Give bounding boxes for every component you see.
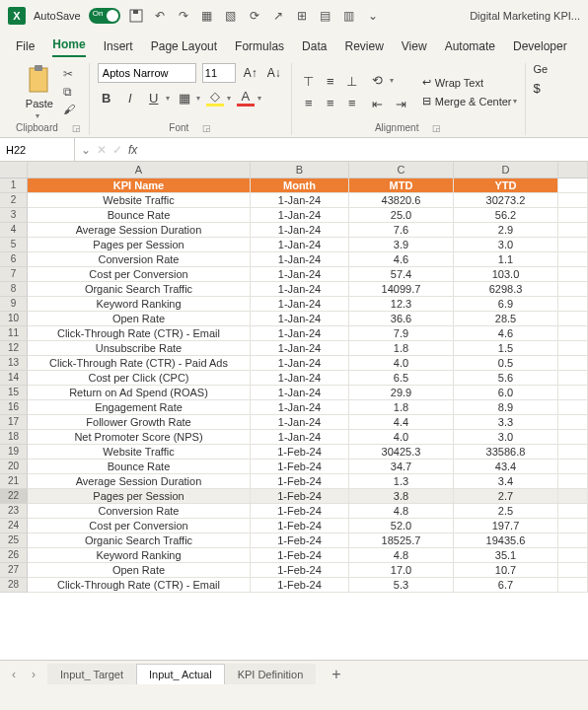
align-center-icon[interactable]: ≡ xyxy=(322,94,339,111)
row-header[interactable]: 6 xyxy=(0,252,28,267)
add-sheet-button[interactable]: + xyxy=(324,666,348,683)
cell[interactable] xyxy=(558,386,588,400)
font-size-select[interactable] xyxy=(202,63,236,83)
align-middle-icon[interactable]: ≡ xyxy=(322,72,339,90)
cell[interactable]: 5.3 xyxy=(349,578,454,593)
ribbon-tab-file[interactable]: File xyxy=(16,39,35,57)
cell[interactable]: 35.1 xyxy=(454,548,558,563)
cell[interactable]: Open Rate xyxy=(28,312,251,326)
cell[interactable] xyxy=(558,400,588,415)
ribbon-tab-developer[interactable]: Developer xyxy=(513,39,567,57)
cell[interactable]: Open Rate xyxy=(28,563,251,578)
formula-cancel-icon[interactable]: ✕ xyxy=(97,143,107,157)
fx-icon[interactable]: fx xyxy=(128,143,137,157)
cell[interactable]: 34.7 xyxy=(349,460,454,474)
sheet-tab[interactable]: Input_ Actual xyxy=(136,664,225,684)
cell[interactable]: 29.9 xyxy=(349,386,454,400)
cell[interactable]: 5.6 xyxy=(454,371,558,386)
table-row[interactable]: 19Website Traffic1-Feb-2430425.333586.8 xyxy=(0,445,588,460)
cell[interactable]: Website Traffic xyxy=(28,193,251,208)
cell[interactable] xyxy=(558,282,588,297)
cell[interactable]: Follower Growth Rate xyxy=(28,415,251,430)
cell[interactable]: 1.8 xyxy=(349,400,454,415)
cell[interactable]: Average Session Duration xyxy=(28,223,251,238)
cell[interactable]: 1-Feb-24 xyxy=(251,504,349,519)
cell[interactable]: 19435.6 xyxy=(454,533,558,548)
worksheet[interactable]: ABCD 1KPI NameMonthMTDYTD2Website Traffi… xyxy=(0,162,588,660)
cell[interactable]: 10.7 xyxy=(454,563,558,578)
cell[interactable]: 2.5 xyxy=(454,504,558,519)
cell[interactable] xyxy=(558,533,588,548)
cell[interactable]: 6.9 xyxy=(454,297,558,312)
row-header[interactable]: 8 xyxy=(0,282,28,297)
table-row[interactable]: 10Open Rate1-Jan-2436.628.5 xyxy=(0,312,588,326)
row-header[interactable]: 24 xyxy=(0,519,28,533)
cell[interactable]: 0.5 xyxy=(454,356,558,371)
row-header[interactable]: 13 xyxy=(0,356,28,371)
cell[interactable] xyxy=(558,193,588,208)
cell[interactable]: 52.0 xyxy=(349,519,454,533)
chevron-down-icon[interactable]: ▾ xyxy=(196,94,200,103)
row-header[interactable]: 11 xyxy=(0,326,28,341)
cell[interactable]: 1-Jan-24 xyxy=(251,371,349,386)
copy-icon[interactable]: ⧉ xyxy=(63,85,77,99)
cell[interactable]: 1-Jan-24 xyxy=(251,386,349,400)
cell[interactable] xyxy=(558,519,588,533)
cell[interactable]: 1-Feb-24 xyxy=(251,460,349,474)
table-row[interactable]: 25Organic Search Traffic1-Feb-2418525.71… xyxy=(0,533,588,548)
fill-color-button[interactable]: ◇ xyxy=(206,89,224,106)
cell[interactable] xyxy=(558,312,588,326)
cell[interactable]: 1-Jan-24 xyxy=(251,267,349,282)
column-header[interactable]: A xyxy=(28,162,251,178)
table-row[interactable]: 26Keyword Ranking1-Feb-244.835.1 xyxy=(0,548,588,563)
cell[interactable] xyxy=(558,178,588,193)
table-row[interactable]: 27Open Rate1-Feb-2417.010.7 xyxy=(0,563,588,578)
cell[interactable]: Net Promoter Score (NPS) xyxy=(28,430,251,445)
qat-icon-6[interactable]: ▤ xyxy=(318,8,333,24)
cell[interactable]: Conversion Rate xyxy=(28,252,251,267)
cell[interactable]: Click-Through Rate (CTR) - Paid Ads xyxy=(28,356,251,371)
header-cell[interactable]: Month xyxy=(251,178,349,193)
cell[interactable]: 57.4 xyxy=(349,267,454,282)
cell[interactable]: 18525.7 xyxy=(349,533,454,548)
sheet-nav-prev-icon[interactable]: ‹ xyxy=(8,668,20,681)
row-header[interactable]: 1 xyxy=(0,178,28,193)
chevron-down-icon[interactable]: ▾ xyxy=(227,94,231,103)
cell[interactable]: Cost per Conversion xyxy=(28,519,251,533)
table-row[interactable]: 21Average Session Duration1-Feb-241.33.4 xyxy=(0,474,588,489)
cell[interactable] xyxy=(558,548,588,563)
cell[interactable]: Unsubscribe Rate xyxy=(28,341,251,356)
sheet-tab[interactable]: Input_ Target xyxy=(47,664,136,684)
dialog-launcher-icon[interactable]: ◲ xyxy=(72,123,81,133)
qat-icon-5[interactable]: ⊞ xyxy=(294,8,310,24)
table-row[interactable]: 18Net Promoter Score (NPS)1-Jan-244.03.0 xyxy=(0,430,588,445)
cell[interactable]: 43.4 xyxy=(454,460,558,474)
format-painter-icon[interactable]: 🖌 xyxy=(63,103,77,116)
row-header[interactable]: 20 xyxy=(0,460,28,474)
wrap-text-button[interactable]: ↩Wrap Text xyxy=(422,76,483,89)
currency-button[interactable]: $ xyxy=(534,81,541,96)
cell[interactable] xyxy=(558,297,588,312)
cell[interactable]: 1-Jan-24 xyxy=(251,312,349,326)
header-cell[interactable]: KPI Name xyxy=(28,178,251,193)
table-row[interactable]: 15Return on Ad Spend (ROAS)1-Jan-2429.96… xyxy=(0,386,588,400)
cell[interactable]: Cost per Click (CPC) xyxy=(28,371,251,386)
cell[interactable] xyxy=(558,223,588,238)
cell[interactable]: 1-Jan-24 xyxy=(251,282,349,297)
cell[interactable]: 1-Jan-24 xyxy=(251,297,349,312)
row-header[interactable]: 26 xyxy=(0,548,28,563)
column-header[interactable]: D xyxy=(454,162,558,178)
cell[interactable]: 6298.3 xyxy=(454,282,558,297)
cell[interactable] xyxy=(558,238,588,252)
row-header[interactable]: 10 xyxy=(0,312,28,326)
row-header[interactable]: 22 xyxy=(0,489,28,504)
cell[interactable]: 1-Feb-24 xyxy=(251,578,349,593)
cell[interactable]: 1-Jan-24 xyxy=(251,193,349,208)
cell[interactable]: 14099.7 xyxy=(349,282,454,297)
ribbon-tab-insert[interactable]: Insert xyxy=(104,39,133,57)
font-name-select[interactable] xyxy=(98,63,196,83)
table-row[interactable]: 14Cost per Click (CPC)1-Jan-246.55.6 xyxy=(0,371,588,386)
cell[interactable]: Average Session Duration xyxy=(28,474,251,489)
underline-button[interactable]: U xyxy=(145,89,163,106)
cell[interactable] xyxy=(558,267,588,282)
